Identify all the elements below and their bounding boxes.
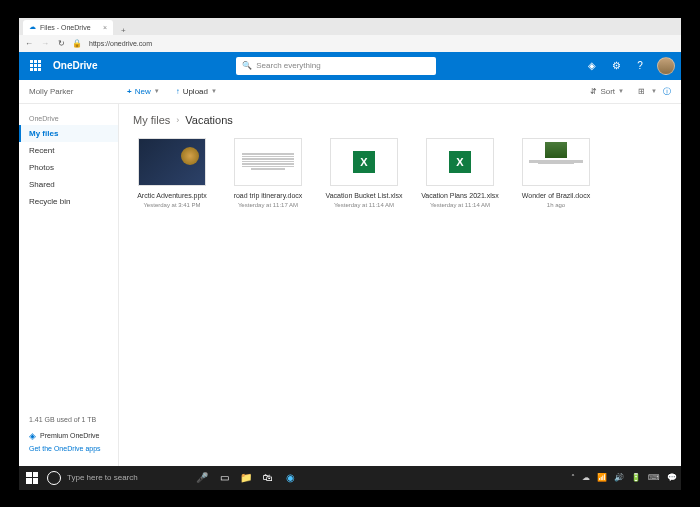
file-name: road trip itinerary.docx [234, 192, 303, 200]
forward-icon[interactable]: → [41, 39, 49, 47]
help-icon[interactable]: ? [633, 59, 647, 73]
taskbar: Type here to search 🎤 ▭ 📁 🛍 ◉ ˄ ☁ 📶 🔊 🔋 … [19, 466, 681, 490]
tab-title: Files - OneDrive [40, 24, 91, 31]
info-icon[interactable]: ⓘ [663, 86, 671, 97]
file-meta: Yesterday at 11:17 AM [238, 202, 298, 208]
premium-link[interactable]: ◈ Premium OneDrive [29, 431, 108, 441]
search-input[interactable]: 🔍 Search everything [236, 57, 436, 75]
chevron-right-icon: › [176, 115, 179, 125]
sidebar-item-my-files[interactable]: My files [19, 125, 118, 142]
file-name: Arctic Adventures.pptx [137, 192, 207, 200]
edge-icon[interactable]: ◉ [283, 471, 297, 485]
excel-icon: X [353, 151, 375, 173]
new-label: New [135, 87, 151, 96]
premium-icon[interactable]: ◈ [585, 59, 599, 73]
start-button[interactable] [23, 469, 41, 487]
sidebar: OneDrive My files Recent Photos Shared R… [19, 104, 119, 466]
tray-chevron-icon[interactable]: ˄ [571, 473, 575, 482]
notifications-icon[interactable]: 💬 [667, 473, 677, 482]
cloud-icon: ☁ [29, 23, 36, 31]
back-icon[interactable]: ← [25, 39, 33, 47]
excel-icon: X [449, 151, 471, 173]
sidebar-item-recycle-bin[interactable]: Recycle bin [19, 193, 118, 210]
onedrive-tray-icon[interactable]: ☁ [582, 473, 590, 482]
file-meta: Yesterday at 11:14 AM [334, 202, 394, 208]
chevron-down-icon: ▼ [618, 88, 624, 94]
browser-tab[interactable]: ☁ Files - OneDrive × [23, 20, 113, 35]
chevron-down-icon: ▼ [154, 88, 160, 94]
file-thumb [234, 138, 302, 186]
brand-label: OneDrive [53, 60, 97, 71]
plus-icon: + [127, 87, 132, 96]
storage-usage[interactable]: 1.41 GB used of 1 TB [29, 416, 108, 423]
store-icon[interactable]: 🛍 [261, 471, 275, 485]
cortana-icon[interactable] [47, 471, 61, 485]
sort-button[interactable]: ⇵ Sort ▼ [582, 82, 632, 100]
command-bar: Molly Parker + New ▼ ↑ Upload ▼ ⇵ Sort ▼… [19, 80, 681, 104]
file-name: Vacation Bucket List.xlsx [326, 192, 403, 200]
file-meta: Yesterday at 3:41 PM [143, 202, 200, 208]
files-grid: Arctic Adventures.pptxYesterday at 3:41 … [133, 138, 667, 208]
breadcrumb-current: Vacations [185, 114, 233, 126]
suite-header: OneDrive 🔍 Search everything ◈ ⚙ ? [19, 52, 681, 80]
account-name[interactable]: Molly Parker [29, 87, 119, 96]
file-item[interactable]: Arctic Adventures.pptxYesterday at 3:41 … [133, 138, 211, 208]
file-name: Vacation Plans 2021.xlsx [421, 192, 499, 200]
sidebar-item-shared[interactable]: Shared [19, 176, 118, 193]
close-icon[interactable]: × [103, 24, 107, 31]
main-content: My files › Vacations Arctic Adventures.p… [119, 104, 681, 466]
get-apps-link[interactable]: Get the OneDrive apps [29, 445, 101, 452]
sidebar-item-photos[interactable]: Photos [19, 159, 118, 176]
network-icon[interactable]: 📶 [597, 473, 607, 482]
file-thumb [522, 138, 590, 186]
avatar[interactable] [657, 57, 675, 75]
file-item[interactable]: XVacation Plans 2021.xlsxYesterday at 11… [421, 138, 499, 208]
view-toggle-icon[interactable]: ⊞ [638, 87, 645, 96]
lock-icon: 🔒 [73, 39, 81, 47]
file-item[interactable]: Wonder of Brazil.docx1h ago [517, 138, 595, 208]
refresh-icon[interactable]: ↻ [57, 39, 65, 47]
new-tab-button[interactable]: + [115, 26, 132, 35]
upload-button[interactable]: ↑ Upload ▼ [168, 82, 225, 100]
breadcrumb: My files › Vacations [133, 114, 667, 126]
sidebar-group: OneDrive [19, 112, 118, 125]
upload-label: Upload [183, 87, 208, 96]
diamond-icon: ◈ [29, 431, 36, 441]
taskbar-search[interactable]: Type here to search [67, 473, 187, 482]
file-meta: Yesterday at 11:14 AM [430, 202, 490, 208]
settings-icon[interactable]: ⚙ [609, 59, 623, 73]
mic-icon[interactable]: 🎤 [195, 471, 209, 485]
battery-icon[interactable]: 🔋 [631, 473, 641, 482]
volume-icon[interactable]: 🔊 [614, 473, 624, 482]
sort-label: Sort [600, 87, 615, 96]
search-placeholder: Search everything [256, 61, 320, 70]
file-thumb: X [330, 138, 398, 186]
file-item[interactable]: road trip itinerary.docxYesterday at 11:… [229, 138, 307, 208]
search-icon: 🔍 [242, 61, 252, 70]
sidebar-item-recent[interactable]: Recent [19, 142, 118, 159]
address-bar[interactable]: https://onedrive.com [89, 40, 152, 47]
explorer-icon[interactable]: 📁 [239, 471, 253, 485]
new-button[interactable]: + New ▼ [119, 82, 168, 100]
breadcrumb-root[interactable]: My files [133, 114, 170, 126]
task-view-icon[interactable]: ▭ [217, 471, 231, 485]
language-icon[interactable]: ⌨ [648, 473, 660, 482]
file-thumb [138, 138, 206, 186]
upload-icon: ↑ [176, 87, 180, 96]
browser-chrome: ☁ Files - OneDrive × + ← → ↻ 🔒 https://o… [19, 18, 681, 52]
sort-icon: ⇵ [590, 87, 597, 96]
file-meta: 1h ago [547, 202, 565, 208]
chevron-down-icon[interactable]: ▼ [651, 88, 657, 94]
chevron-down-icon: ▼ [211, 88, 217, 94]
app-launcher-icon[interactable] [25, 56, 45, 76]
file-thumb: X [426, 138, 494, 186]
file-item[interactable]: XVacation Bucket List.xlsxYesterday at 1… [325, 138, 403, 208]
file-name: Wonder of Brazil.docx [522, 192, 590, 200]
